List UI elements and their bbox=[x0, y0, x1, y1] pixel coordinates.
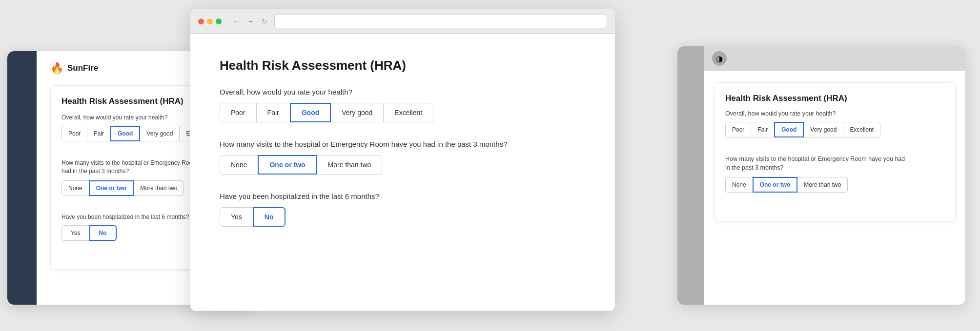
q2-none[interactable]: None bbox=[220, 155, 258, 175]
right-q1-excellent[interactable]: Excellent bbox=[843, 122, 880, 137]
q3-text: Have you been hospitalized in the last 6… bbox=[220, 192, 586, 200]
question3-block: Have you been hospitalized in the last 6… bbox=[220, 192, 586, 227]
left-q1-fair[interactable]: Fair bbox=[87, 126, 111, 141]
sunfire-name: SunFire bbox=[67, 63, 98, 73]
forward-button[interactable]: → bbox=[245, 17, 256, 26]
right-q1-good[interactable]: Good bbox=[774, 122, 804, 137]
q2-text: How many visits to the hospital or Emerg… bbox=[220, 140, 586, 148]
left-q2-oneortwo[interactable]: One or two bbox=[89, 180, 134, 196]
q1-excellent[interactable]: Excellent bbox=[383, 103, 433, 122]
browser-nav: ← → ↻ bbox=[230, 17, 269, 26]
right-panel: ◑ Health Risk Assessment (HRA) Overall, … bbox=[677, 46, 965, 305]
left-q1-poor[interactable]: Poor bbox=[61, 126, 87, 141]
q3-yes[interactable]: Yes bbox=[220, 207, 253, 227]
right-q1-poor[interactable]: Poor bbox=[725, 122, 751, 137]
q3-no[interactable]: No bbox=[253, 207, 286, 227]
browser-content: Health Risk Assessment (HRA) Overall, ho… bbox=[190, 34, 615, 311]
q2-button-group: None One or two More than two bbox=[220, 155, 586, 175]
left-q3-no[interactable]: No bbox=[89, 225, 117, 241]
right-q2-morethan[interactable]: More than two bbox=[797, 177, 848, 193]
right-q1-text: Overall, how would you rate your health? bbox=[725, 110, 944, 117]
right-question1: Overall, how would you rate your health?… bbox=[725, 110, 944, 137]
q1-text: Overall, how would you rate your health? bbox=[220, 88, 586, 96]
q2-oneortwo[interactable]: One or two bbox=[258, 155, 317, 175]
right-q1-verygood[interactable]: Very good bbox=[803, 122, 843, 137]
address-bar[interactable] bbox=[274, 15, 607, 28]
right-body: Health Risk Assessment (HRA) Overall, ho… bbox=[704, 71, 965, 305]
hra-title: Health Risk Assessment (HRA) bbox=[220, 58, 586, 73]
left-q2-morethan[interactable]: More than two bbox=[133, 180, 184, 196]
dot-yellow[interactable] bbox=[207, 19, 213, 24]
q1-good[interactable]: Good bbox=[290, 103, 331, 122]
left-sidebar bbox=[7, 51, 37, 305]
right-q2-oneortwo[interactable]: One or two bbox=[753, 177, 798, 193]
q1-poor[interactable]: Poor bbox=[220, 103, 257, 122]
right-q1-fair[interactable]: Fair bbox=[751, 122, 775, 137]
question2-block: How many visits to the hospital or Emerg… bbox=[220, 140, 586, 175]
q1-verygood[interactable]: Very good bbox=[330, 103, 384, 122]
right-header: ◑ bbox=[704, 46, 965, 71]
left-q3-yes[interactable]: Yes bbox=[61, 225, 90, 241]
q1-button-group: Poor Fair Good Very good Excellent bbox=[220, 103, 586, 122]
right-hra-title: Health Risk Assessment (HRA) bbox=[725, 94, 944, 103]
back-button[interactable]: ← bbox=[230, 17, 241, 26]
right-sidebar bbox=[677, 46, 704, 305]
right-header-icon: ◑ bbox=[712, 51, 727, 66]
q2-morethan[interactable]: More than two bbox=[317, 155, 383, 175]
browser-window: ← → ↻ Health Risk Assessment (HRA) Overa… bbox=[190, 9, 615, 311]
browser-chrome: ← → ↻ bbox=[190, 9, 615, 34]
right-question2: How many visits to the hospital or Emerg… bbox=[725, 155, 944, 193]
left-q1-verygood[interactable]: Very good bbox=[140, 126, 180, 141]
dot-red[interactable] bbox=[198, 19, 204, 24]
dot-green[interactable] bbox=[216, 19, 222, 24]
left-q1-good[interactable]: Good bbox=[110, 126, 140, 141]
question1-block: Overall, how would you rate your health?… bbox=[220, 88, 586, 122]
refresh-button[interactable]: ↻ bbox=[260, 17, 269, 26]
flame-icon: 🔥 bbox=[50, 62, 63, 75]
q3-button-group: Yes No bbox=[220, 207, 586, 227]
right-q2-text: How many visits to the hospital or Emerg… bbox=[725, 155, 911, 172]
right-q2-options: None One or two More than two bbox=[725, 177, 944, 193]
q1-fair[interactable]: Fair bbox=[256, 103, 290, 122]
right-hra-card: Health Risk Assessment (HRA) Overall, ho… bbox=[714, 82, 956, 221]
left-q2-none[interactable]: None bbox=[61, 180, 89, 196]
right-q2-none[interactable]: None bbox=[725, 177, 753, 193]
right-q1-options: Poor Fair Good Very good Excellent bbox=[725, 122, 944, 137]
browser-dots bbox=[198, 19, 222, 24]
